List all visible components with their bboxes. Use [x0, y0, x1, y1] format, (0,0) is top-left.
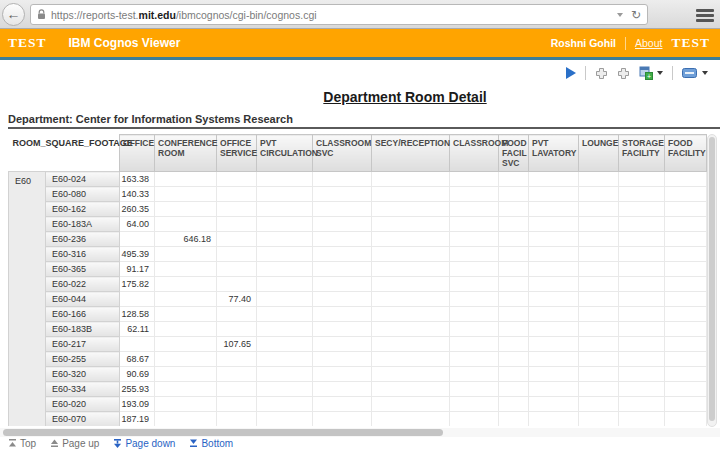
value-cell: [499, 187, 529, 202]
value-cell: [313, 307, 372, 322]
table-row: E60-32090.69: [9, 367, 707, 382]
value-cell: [619, 172, 665, 187]
pager-top[interactable]: Top: [8, 438, 36, 449]
value-cell: 91.17: [120, 262, 155, 277]
keep-version-dropdown[interactable]: [682, 67, 708, 79]
value-cell: [579, 277, 619, 292]
about-link[interactable]: About: [635, 37, 662, 49]
reload-icon[interactable]: ↻: [631, 9, 641, 21]
table-row: E60-25568.67: [9, 352, 707, 367]
value-cell: [665, 412, 707, 427]
browser-chrome: ← https://reports-test.mit.edu/ibmcognos…: [0, 0, 720, 29]
value-cell: [499, 232, 529, 247]
value-cell: [450, 187, 499, 202]
value-cell: [579, 172, 619, 187]
value-cell: [217, 277, 257, 292]
value-cell: [579, 337, 619, 352]
horizontal-scrollbar-thumb[interactable]: [3, 429, 443, 436]
value-cell: [155, 172, 217, 187]
page-down-icon: [113, 439, 122, 449]
value-cell: 107.65: [217, 337, 257, 352]
vertical-scrollbar-thumb[interactable]: [709, 137, 715, 421]
horizontal-scrollbar[interactable]: [0, 428, 720, 437]
value-cell: [665, 322, 707, 337]
column-header: OFFICE SERVICE: [217, 135, 257, 172]
room-cell: E60-316: [46, 247, 120, 262]
value-cell: [499, 412, 529, 427]
value-cell: [217, 187, 257, 202]
value-cell: [257, 382, 313, 397]
value-cell: [155, 322, 217, 337]
value-cell: [155, 352, 217, 367]
value-cell: [257, 337, 313, 352]
run-report-icon[interactable]: [566, 67, 576, 79]
value-cell: [529, 232, 579, 247]
page-up-icon: [50, 439, 59, 448]
drill-down-icon[interactable]: [617, 67, 630, 80]
value-cell: [665, 367, 707, 382]
bottom-icon: [189, 439, 198, 448]
value-cell: 495.39: [120, 247, 155, 262]
value-cell: [372, 247, 450, 262]
value-cell: [257, 247, 313, 262]
value-cell: [665, 187, 707, 202]
value-cell: [372, 217, 450, 232]
value-cell: [529, 412, 579, 427]
value-cell: [529, 382, 579, 397]
svg-text:+: +: [647, 73, 651, 80]
value-cell: [579, 262, 619, 277]
value-cell: [217, 247, 257, 262]
pager-page-down[interactable]: Page down: [113, 438, 175, 449]
value-cell: [217, 382, 257, 397]
env-badge-left: TEST: [8, 35, 47, 51]
value-cell: [372, 172, 450, 187]
value-cell: [499, 337, 529, 352]
value-cell: [372, 202, 450, 217]
table-row: E60-236646.18: [9, 232, 707, 247]
value-cell: [313, 232, 372, 247]
value-cell: [665, 307, 707, 322]
url-history-caret-icon[interactable]: [617, 13, 623, 17]
value-cell: [529, 187, 579, 202]
table-row: E60-316495.39: [9, 247, 707, 262]
value-cell: [665, 232, 707, 247]
url-bar[interactable]: https://reports-test.mit.edu/ibmcognos/c…: [30, 4, 648, 25]
value-cell: [313, 217, 372, 232]
department-rule: [8, 127, 720, 129]
column-header: LOUNGE: [579, 135, 619, 172]
value-cell: [313, 337, 372, 352]
value-cell: [499, 292, 529, 307]
value-cell: [579, 247, 619, 262]
value-cell: [372, 232, 450, 247]
app-header: TEST IBM Cognos Viewer Roshni Gohil Abou…: [0, 29, 720, 57]
value-cell: [372, 352, 450, 367]
table-row: E60E60-024163.38: [9, 172, 707, 187]
table-row: E60-162260.35: [9, 202, 707, 217]
back-button[interactable]: ←: [2, 3, 25, 26]
value-cell: [120, 292, 155, 307]
value-cell: [155, 247, 217, 262]
column-header: FOOD FACILITY: [665, 135, 707, 172]
column-header: PVT LAVATORY: [529, 135, 579, 172]
view-format-dropdown[interactable]: +: [639, 66, 663, 80]
value-cell: [499, 367, 529, 382]
value-cell: [257, 262, 313, 277]
value-cell: [665, 262, 707, 277]
report-table-container: ROOM_SQUARE_FOOTAGE OFFICECONFERENCE ROO…: [8, 134, 707, 426]
value-cell: [619, 217, 665, 232]
value-cell: [450, 262, 499, 277]
value-cell: [450, 412, 499, 427]
user-name[interactable]: Roshni Gohil: [551, 37, 616, 49]
room-cell: E60-183B: [46, 322, 120, 337]
pager-page-up[interactable]: Page up: [50, 438, 99, 449]
hamburger-menu-icon[interactable]: [696, 9, 714, 24]
value-cell: [665, 202, 707, 217]
value-cell: [529, 292, 579, 307]
group-cell: E60: [9, 172, 46, 427]
value-cell: [579, 352, 619, 367]
pager-bottom[interactable]: Bottom: [189, 438, 233, 449]
drill-up-icon[interactable]: [595, 67, 608, 80]
value-cell: 62.11: [120, 322, 155, 337]
value-cell: [257, 397, 313, 412]
vertical-scrollbar[interactable]: [707, 134, 717, 427]
